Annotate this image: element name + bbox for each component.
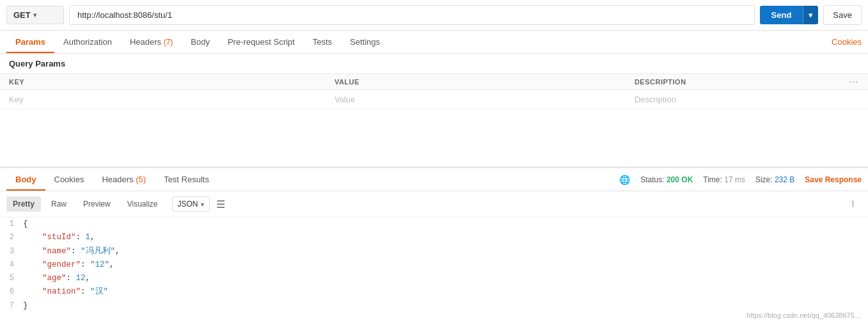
- col-header-description: DESCRIPTION: [626, 74, 840, 90]
- more-options-icon[interactable]: ···: [849, 78, 859, 86]
- request-bar: GET ▾ Send ▾ Save: [0, 0, 868, 31]
- code-line-2: 2 "stuId": 1,: [0, 231, 868, 244]
- tab-settings[interactable]: Settings: [341, 31, 389, 53]
- save-response-button[interactable]: Save Response: [805, 175, 862, 184]
- request-tabs-bar: Params Authorization Headers (7) Body Pr…: [0, 31, 868, 54]
- method-select[interactable]: GET ▾: [6, 6, 64, 24]
- status-label: Status: 200 OK: [640, 175, 693, 184]
- code-line-4: 4 "gender": "12",: [0, 258, 868, 272]
- tab-headers[interactable]: Headers (7): [121, 31, 182, 53]
- method-label: GET: [13, 10, 31, 20]
- code-line-3: 3 "name": "冯凡利",: [0, 245, 868, 258]
- send-button[interactable]: Send: [760, 6, 803, 24]
- response-tab-body[interactable]: Body: [6, 168, 45, 191]
- line-numbers-icon[interactable]: ⌇: [851, 199, 855, 209]
- cookies-link[interactable]: Cookies: [832, 37, 862, 47]
- response-meta: 🌐 Status: 200 OK Time: 17 ms Size: 232 B…: [619, 175, 862, 185]
- col-header-key: KEY: [0, 74, 326, 90]
- format-tab-visualize[interactable]: Visualize: [121, 196, 164, 212]
- col-header-actions: ···: [840, 74, 868, 90]
- format-tab-preview[interactable]: Preview: [77, 196, 117, 212]
- code-line-6: 6 "nation": "汉": [0, 285, 868, 299]
- query-params-header: Query Params: [0, 54, 868, 74]
- format-tab-pretty[interactable]: Pretty: [6, 196, 41, 212]
- save-button[interactable]: Save: [823, 5, 862, 25]
- format-type-chevron-icon: ▾: [201, 201, 204, 208]
- format-tab-raw[interactable]: Raw: [45, 196, 73, 212]
- code-line-1: 1 {: [0, 217, 868, 231]
- wrap-icon[interactable]: ☰: [216, 198, 225, 210]
- format-bar: Pretty Raw Preview Visualize JSON ▾ ☰ ⌇: [0, 191, 868, 217]
- response-tab-headers[interactable]: Headers (5): [93, 168, 155, 191]
- response-section: Body Cookies Headers (5) Test Results 🌐 …: [0, 166, 868, 323]
- code-line-7: 7 }: [0, 299, 868, 313]
- size-label: Size: 232 B: [755, 175, 794, 184]
- tab-prerequest[interactable]: Pre-request Script: [219, 31, 304, 53]
- tab-body[interactable]: Body: [182, 31, 219, 53]
- table-row: Key Value Description: [0, 90, 868, 109]
- description-cell[interactable]: Description: [626, 90, 840, 109]
- response-tabs-bar: Body Cookies Headers (5) Test Results 🌐 …: [0, 168, 868, 191]
- action-cell: [840, 90, 868, 109]
- code-line-5: 5 "age": 12,: [0, 272, 868, 285]
- globe-icon: 🌐: [619, 175, 630, 185]
- code-area: 1 { 2 "stuId": 1, 3 "name": "冯凡利", 4 "ge…: [0, 217, 868, 313]
- key-cell[interactable]: Key: [0, 90, 326, 109]
- watermark: https://blog.csdn.net/qq_40638675...: [746, 311, 860, 319]
- time-label: Time: 17 ms: [703, 175, 745, 184]
- method-chevron-icon: ▾: [33, 12, 36, 19]
- params-table: KEY VALUE DESCRIPTION ··· Key Value Desc…: [0, 74, 868, 109]
- tab-authorization[interactable]: Authorization: [54, 31, 121, 53]
- tab-params[interactable]: Params: [6, 31, 54, 53]
- format-type-select[interactable]: JSON ▾: [172, 196, 210, 212]
- response-tab-test-results[interactable]: Test Results: [155, 168, 218, 191]
- value-cell[interactable]: Value: [326, 90, 626, 109]
- url-input[interactable]: [69, 5, 755, 25]
- tab-tests[interactable]: Tests: [304, 31, 341, 53]
- response-tab-cookies[interactable]: Cookies: [45, 168, 93, 191]
- send-button-group: Send ▾: [760, 6, 819, 24]
- col-header-value: VALUE: [326, 74, 626, 90]
- send-dropdown-button[interactable]: ▾: [803, 6, 818, 24]
